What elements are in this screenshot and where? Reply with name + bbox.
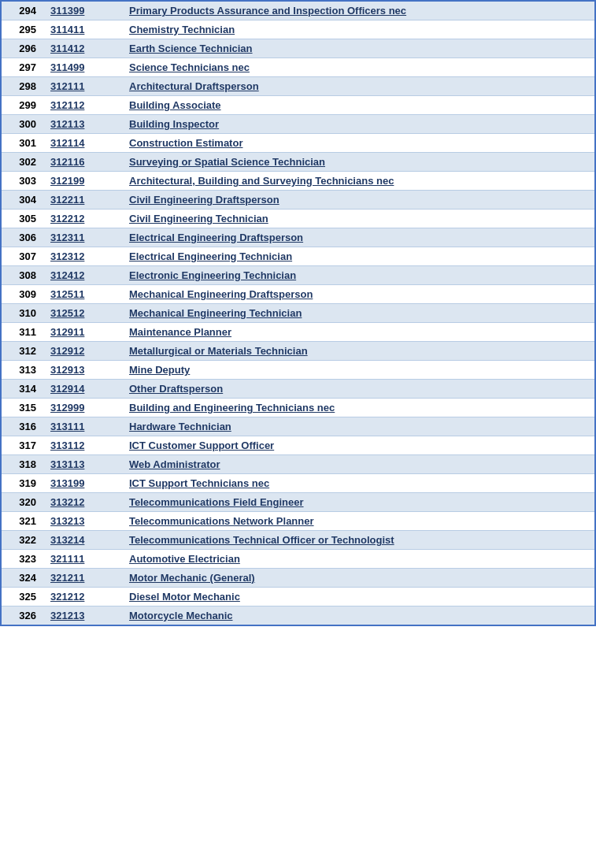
occupation-title[interactable]: Building and Engineering Technicians nec <box>123 399 595 417</box>
occupation-title[interactable]: Mechanical Engineering Draftsperson <box>123 285 595 304</box>
row-number: 296 <box>1 39 44 58</box>
occupation-code[interactable]: 313213 <box>44 512 123 531</box>
table-row: 308 312412 Electronic Engineering Techni… <box>1 266 595 285</box>
occupation-title[interactable]: Electrical Engineering Draftsperson <box>123 228 595 247</box>
table-row: 310 312512 Mechanical Engineering Techni… <box>1 304 595 323</box>
occupation-title[interactable]: Civil Engineering Technician <box>123 210 595 228</box>
row-number: 299 <box>1 96 44 115</box>
occupation-title[interactable]: Surveying or Spatial Science Technician <box>123 153 595 172</box>
occupation-code[interactable]: 312512 <box>44 304 123 323</box>
occupation-code[interactable]: 311411 <box>44 20 123 39</box>
row-number: 317 <box>1 436 44 455</box>
occupation-title[interactable]: Telecommunications Technical Officer or … <box>123 531 595 550</box>
occupation-code[interactable]: 313212 <box>44 493 123 512</box>
table-row: 326 321213 Motorcycle Mechanic <box>1 606 595 626</box>
occupation-title[interactable]: Other Draftsperson <box>123 380 595 399</box>
occupation-code[interactable]: 312913 <box>44 361 123 380</box>
occupation-code[interactable]: 312199 <box>44 172 123 191</box>
occupation-code[interactable]: 313214 <box>44 531 123 550</box>
row-number: 311 <box>1 323 44 342</box>
table-row: 317 313112 ICT Customer Support Officer <box>1 436 595 455</box>
occupation-title[interactable]: Web Administrator <box>123 455 595 474</box>
table-row: 323 321111 Automotive Electrician <box>1 550 595 569</box>
table-row: 311 312911 Maintenance Planner <box>1 323 595 342</box>
table-row: 314 312914 Other Draftsperson <box>1 380 595 399</box>
row-number: 322 <box>1 531 44 550</box>
occupation-code[interactable]: 311412 <box>44 39 123 58</box>
occupation-code[interactable]: 312914 <box>44 380 123 399</box>
occupation-title[interactable]: Science Technicians nec <box>123 58 595 77</box>
occupation-code[interactable]: 312911 <box>44 323 123 342</box>
occupation-title[interactable]: ICT Customer Support Officer <box>123 436 595 455</box>
occupation-title[interactable]: Telecommunications Network Planner <box>123 512 595 531</box>
occupation-code[interactable]: 321111 <box>44 550 123 569</box>
occupation-title[interactable]: Motorcycle Mechanic <box>123 606 595 626</box>
occupation-title[interactable]: Primary Products Assurance and Inspectio… <box>123 1 595 20</box>
occupation-code[interactable]: 321212 <box>44 588 123 606</box>
row-number: 318 <box>1 455 44 474</box>
occupation-title[interactable]: Earth Science Technician <box>123 39 595 58</box>
occupation-title[interactable]: Architectural Draftsperson <box>123 77 595 96</box>
occupation-code[interactable]: 312311 <box>44 228 123 247</box>
occupation-code[interactable]: 313112 <box>44 436 123 455</box>
row-number: 313 <box>1 361 44 380</box>
row-number: 324 <box>1 569 44 588</box>
occupation-title[interactable]: Architectural, Building and Surveying Te… <box>123 172 595 191</box>
occupation-title[interactable]: Chemistry Technician <box>123 20 595 39</box>
table-row: 295 311411 Chemistry Technician <box>1 20 595 39</box>
table-row: 301 312114 Construction Estimator <box>1 134 595 153</box>
occupation-title[interactable]: Automotive Electrician <box>123 550 595 569</box>
occupation-code[interactable]: 312511 <box>44 285 123 304</box>
row-number: 306 <box>1 228 44 247</box>
occupation-code[interactable]: 311499 <box>44 58 123 77</box>
occupation-code[interactable]: 312111 <box>44 77 123 96</box>
occupation-title[interactable]: Motor Mechanic (General) <box>123 569 595 588</box>
occupation-code[interactable]: 312212 <box>44 210 123 228</box>
occupation-title[interactable]: Building Associate <box>123 96 595 115</box>
occupation-title[interactable]: Civil Engineering Draftsperson <box>123 191 595 210</box>
occupation-code[interactable]: 312912 <box>44 342 123 361</box>
table-row: 302 312116 Surveying or Spatial Science … <box>1 153 595 172</box>
row-number: 323 <box>1 550 44 569</box>
occupation-title[interactable]: Electronic Engineering Technician <box>123 266 595 285</box>
occupation-title[interactable]: Telecommunications Field Engineer <box>123 493 595 512</box>
table-row: 306 312311 Electrical Engineering Drafts… <box>1 228 595 247</box>
table-row: 315 312999 Building and Engineering Tech… <box>1 399 595 417</box>
occupation-code[interactable]: 312999 <box>44 399 123 417</box>
table-row: 309 312511 Mechanical Engineering Drafts… <box>1 285 595 304</box>
occupation-code[interactable]: 312113 <box>44 115 123 134</box>
occupation-code[interactable]: 313113 <box>44 455 123 474</box>
table-row: 304 312211 Civil Engineering Draftsperso… <box>1 191 595 210</box>
occupation-code[interactable]: 312312 <box>44 247 123 266</box>
row-number: 310 <box>1 304 44 323</box>
table-row: 313 312913 Mine Deputy <box>1 361 595 380</box>
occupation-title[interactable]: ICT Support Technicians nec <box>123 474 595 493</box>
occupation-code[interactable]: 313199 <box>44 474 123 493</box>
occupation-code[interactable]: 312114 <box>44 134 123 153</box>
occupation-title[interactable]: Electrical Engineering Technician <box>123 247 595 266</box>
occupation-title[interactable]: Maintenance Planner <box>123 323 595 342</box>
occupation-code[interactable]: 321213 <box>44 606 123 626</box>
occupation-title[interactable]: Diesel Motor Mechanic <box>123 588 595 606</box>
occupation-code[interactable]: 312112 <box>44 96 123 115</box>
row-number: 321 <box>1 512 44 531</box>
table-row: 318 313113 Web Administrator <box>1 455 595 474</box>
table-row: 316 313111 Hardware Technician <box>1 417 595 436</box>
occupation-title[interactable]: Hardware Technician <box>123 417 595 436</box>
occupation-title[interactable]: Metallurgical or Materials Technician <box>123 342 595 361</box>
occupation-title[interactable]: Mine Deputy <box>123 361 595 380</box>
occupation-title[interactable]: Building Inspector <box>123 115 595 134</box>
occupation-code[interactable]: 312211 <box>44 191 123 210</box>
table-row: 298 312111 Architectural Draftsperson <box>1 77 595 96</box>
occupation-code[interactable]: 313111 <box>44 417 123 436</box>
occupation-code[interactable]: 311399 <box>44 1 123 20</box>
occupation-code[interactable]: 312412 <box>44 266 123 285</box>
occupation-title[interactable]: Mechanical Engineering Technician <box>123 304 595 323</box>
table-row: 319 313199 ICT Support Technicians nec <box>1 474 595 493</box>
occupation-code[interactable]: 312116 <box>44 153 123 172</box>
row-number: 314 <box>1 380 44 399</box>
occupation-title[interactable]: Construction Estimator <box>123 134 595 153</box>
row-number: 325 <box>1 588 44 606</box>
row-number: 312 <box>1 342 44 361</box>
occupation-code[interactable]: 321211 <box>44 569 123 588</box>
